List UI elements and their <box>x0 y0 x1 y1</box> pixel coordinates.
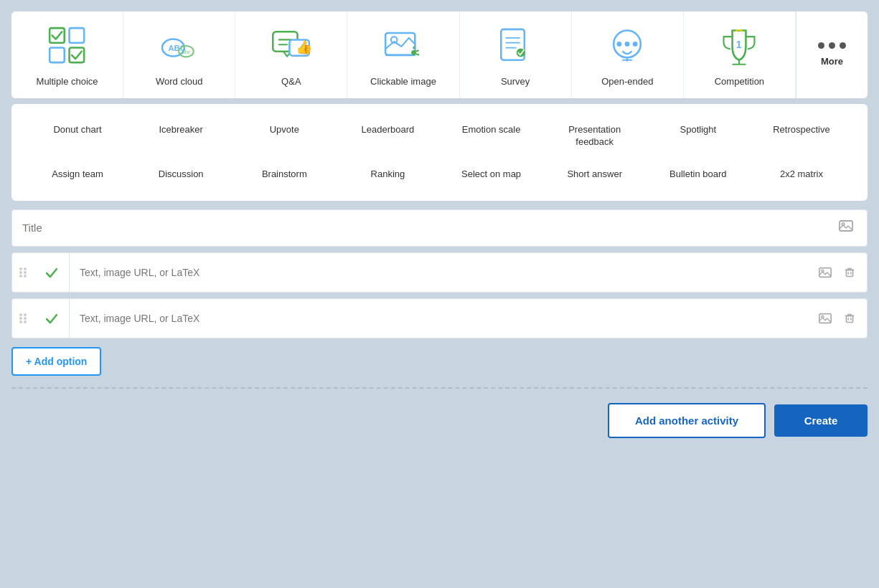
title-input[interactable] <box>22 222 835 234</box>
svg-line-18 <box>416 54 419 55</box>
svg-rect-52 <box>819 313 831 323</box>
dropdown-item-bulletin-board[interactable]: Bulletin board <box>647 158 750 191</box>
svg-rect-43 <box>846 270 852 276</box>
dropdown-item-select-on-map[interactable]: Select on map <box>440 158 543 191</box>
dropdown-item-leaderboard[interactable]: Leaderboard <box>336 114 439 158</box>
dropdown-item-retrospective[interactable]: Retrospective <box>750 114 853 158</box>
form-area: + Add option Add another activity Create <box>11 207 868 577</box>
activity-label-open-ended: Open-ended <box>601 76 653 88</box>
svg-point-51 <box>24 321 27 323</box>
activity-item-clickable-image[interactable]: Clickable image <box>347 11 459 98</box>
svg-line-17 <box>416 50 418 52</box>
bottom-bar: Add another activity Create <box>11 397 868 441</box>
svg-text:1: 1 <box>736 39 742 50</box>
dropdown-item-short-answer[interactable]: Short answer <box>543 158 647 191</box>
option-input-2[interactable] <box>70 313 814 324</box>
more-button[interactable]: More <box>796 11 868 98</box>
svg-point-26 <box>617 42 622 47</box>
dropdown-item-upvote[interactable]: Upvote <box>232 114 336 158</box>
check-icon-1[interactable] <box>34 252 70 293</box>
activity-item-multiple-choice[interactable]: Multiple choice <box>11 11 123 98</box>
option-actions-2 <box>814 308 867 328</box>
option-actions-1 <box>814 262 867 283</box>
option-row-2 <box>11 298 868 338</box>
svg-point-39 <box>19 275 22 278</box>
activity-label-multiple-choice: Multiple choice <box>37 76 98 88</box>
svg-point-40 <box>24 275 27 278</box>
clickable-image-icon <box>379 22 428 70</box>
svg-rect-33 <box>840 221 852 231</box>
check-icon-2[interactable] <box>34 298 70 338</box>
svg-point-15 <box>411 50 416 55</box>
dropdown-item-discussion[interactable]: Discussion <box>129 158 232 191</box>
survey-icon <box>491 22 540 70</box>
svg-point-46 <box>19 313 22 316</box>
svg-point-49 <box>24 317 27 320</box>
svg-rect-2 <box>50 48 65 63</box>
activity-item-qa[interactable]: 👍 Q&A <box>235 11 347 98</box>
dropdown-item-icebreaker[interactable]: Icebreaker <box>129 114 232 158</box>
option-delete-button-1[interactable] <box>838 262 861 283</box>
dropdown-panel: Donut chart Icebreaker Upvote Leaderboar… <box>11 104 868 201</box>
dropdown-item-donut-chart[interactable]: Donut chart <box>26 114 129 158</box>
svg-rect-13 <box>385 33 415 55</box>
dropdown-item-assign-team[interactable]: Assign team <box>26 158 129 191</box>
svg-rect-54 <box>846 316 852 322</box>
drag-handle-1[interactable] <box>12 265 34 280</box>
svg-point-36 <box>24 267 27 270</box>
svg-point-38 <box>24 271 27 274</box>
qa-icon: 👍 <box>267 22 316 70</box>
activity-label-qa: Q&A <box>281 76 301 88</box>
activity-icons-row: Multiple choice ABC abc Word cloud <box>11 11 796 98</box>
svg-point-27 <box>633 42 638 47</box>
svg-rect-1 <box>69 28 84 43</box>
option-input-1[interactable] <box>70 267 814 278</box>
svg-text:abc: abc <box>182 49 191 55</box>
svg-rect-41 <box>819 267 831 277</box>
activity-label-word-cloud: Word cloud <box>156 76 203 88</box>
competition-icon: 1 <box>715 22 763 70</box>
option-row-1 <box>11 252 868 293</box>
svg-point-37 <box>19 271 22 274</box>
svg-point-50 <box>19 321 22 323</box>
divider <box>11 387 868 389</box>
create-button[interactable]: Create <box>774 404 868 437</box>
add-another-activity-button[interactable]: Add another activity <box>608 403 766 438</box>
multiple-choice-icon <box>43 22 92 70</box>
word-cloud-icon: ABC abc <box>155 22 204 70</box>
dropdown-item-2x2-matrix[interactable]: 2x2 matrix <box>750 158 853 191</box>
option-delete-button-2[interactable] <box>838 308 861 328</box>
activity-label-clickable-image: Clickable image <box>370 76 436 88</box>
dropdown-item-brainstorm[interactable]: Brainstorm <box>232 158 336 191</box>
svg-point-25 <box>625 42 630 47</box>
activity-item-word-cloud[interactable]: ABC abc Word cloud <box>123 11 235 98</box>
activity-label-survey: Survey <box>501 76 530 88</box>
activity-label-competition: Competition <box>715 76 764 88</box>
more-label: More <box>821 56 843 67</box>
svg-text:👍: 👍 <box>296 39 313 55</box>
svg-point-47 <box>24 313 27 316</box>
svg-point-48 <box>19 317 22 320</box>
title-row <box>11 209 868 247</box>
activity-bar: Multiple choice ABC abc Word cloud <box>11 11 868 98</box>
add-option-button[interactable]: + Add option <box>11 347 101 376</box>
open-ended-icon <box>603 22 652 70</box>
dropdown-item-ranking[interactable]: Ranking <box>336 158 439 191</box>
activity-item-open-ended[interactable]: Open-ended <box>572 11 684 98</box>
activity-item-competition[interactable]: 1 Competition <box>684 11 796 98</box>
activity-item-survey[interactable]: Survey <box>460 11 572 98</box>
dropdown-item-presentation-feedback[interactable]: Presentation feedback <box>543 114 647 158</box>
title-image-button[interactable] <box>835 215 857 240</box>
drag-handle-2[interactable] <box>12 311 34 326</box>
dropdown-item-spotlight[interactable]: Spotlight <box>647 114 750 158</box>
option-image-button-2[interactable] <box>814 308 837 328</box>
svg-point-35 <box>19 267 22 270</box>
more-dots-icon <box>818 42 846 49</box>
option-image-button-1[interactable] <box>814 262 837 283</box>
dropdown-item-emotion-scale[interactable]: Emotion scale <box>440 114 543 158</box>
